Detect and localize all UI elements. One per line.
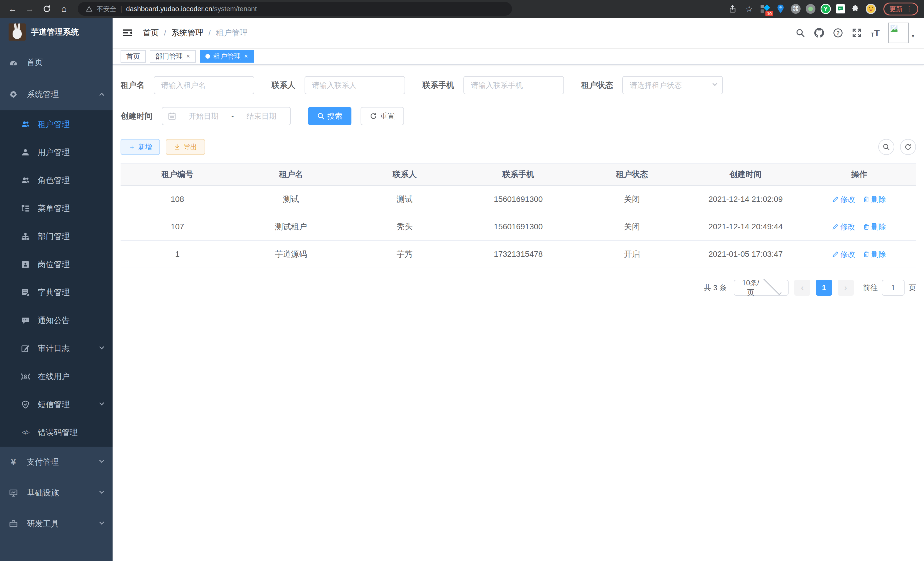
close-icon[interactable]: × <box>186 53 190 60</box>
delete-link[interactable]: 删除 <box>863 222 886 232</box>
start-date-placeholder[interactable]: 开始日期 <box>181 111 227 121</box>
table-row: 107 测试租户 秃头 15601691300 关闭 2021-12-14 20… <box>121 213 916 241</box>
cell-mobile: 15601691300 <box>461 186 575 213</box>
header-search-icon[interactable] <box>795 28 806 38</box>
tag-tenant-active[interactable]: 租户管理 × <box>200 50 254 63</box>
sidebar-item-role[interactable]: 角色管理 <box>0 166 112 194</box>
tag-home[interactable]: 首页 <box>121 50 146 63</box>
col-created: 创建时间 <box>689 164 802 185</box>
tenant-name-input[interactable] <box>154 76 254 94</box>
cell-tenant-id: 107 <box>121 213 234 240</box>
sidebar-item-notice[interactable]: 通知公告 <box>0 307 112 335</box>
browser-home-icon[interactable]: ⌂ <box>57 2 71 16</box>
message-icon <box>21 316 30 325</box>
app-logo-image <box>9 23 26 41</box>
breadcrumb-home[interactable]: 首页 <box>143 27 159 38</box>
browser-forward-icon[interactable]: → <box>23 2 37 16</box>
breadcrumb-system[interactable]: 系统管理 <box>171 27 203 38</box>
chevron-up-icon <box>99 93 104 98</box>
help-icon[interactable]: ? <box>833 28 843 38</box>
end-date-placeholder[interactable]: 结束日期 <box>238 111 285 121</box>
sidebar-item-errcode[interactable]: </> 错误码管理 <box>0 419 112 447</box>
address-bar[interactable]: 不安全 | dashboard.yudao.iocoder.cn/system/… <box>78 2 512 16</box>
broken-image-icon <box>888 23 909 43</box>
page-content: 租户名 联系人 联系手机 租户状态 请选择租户状态 <box>112 65 924 561</box>
filter-label-tenant-name: 租户名 <box>121 80 145 91</box>
tag-dept[interactable]: 部门管理 × <box>150 50 196 63</box>
filter-label-mobile: 联系手机 <box>422 80 454 91</box>
create-time-range-picker[interactable]: 开始日期 - 结束日期 <box>162 107 291 125</box>
not-secure-label[interactable]: 不安全 <box>97 5 116 14</box>
contact-input[interactable] <box>304 76 405 94</box>
extension-tampermonkey-icon[interactable]: 10 <box>760 4 770 14</box>
caret-down-icon[interactable]: ▾ <box>912 33 914 39</box>
delete-link[interactable]: 删除 <box>863 249 886 259</box>
sidebar-item-pay[interactable]: ¥ 支付管理 <box>0 447 112 478</box>
sidebar-item-audit-log[interactable]: 审计日志 <box>0 335 112 362</box>
extension-dot-icon[interactable] <box>806 4 815 14</box>
sidebar-item-post[interactable]: 岗位管理 <box>0 250 112 278</box>
browser-reload-icon[interactable] <box>40 2 54 16</box>
export-button[interactable]: 导出 <box>166 139 205 155</box>
edit-link[interactable]: 修改 <box>832 222 855 232</box>
edit-link[interactable]: 修改 <box>832 249 855 259</box>
profile-avatar-icon[interactable] <box>866 4 876 14</box>
status-select[interactable]: 请选择租户状态 <box>622 76 723 94</box>
chevron-down-icon <box>99 344 104 349</box>
sidebar-item-devtools[interactable]: 研发工具 <box>0 508 112 539</box>
sidebar-item-dict[interactable]: 字典管理 <box>0 278 112 307</box>
table-row: 1 芋道源码 芋艿 17321315478 开启 2021-01-05 17:0… <box>121 241 916 268</box>
sidebar-item-menu[interactable]: 菜单管理 <box>0 194 112 223</box>
breadcrumb: 首页 / 系统管理 / 租户管理 <box>143 27 248 38</box>
yen-icon: ¥ <box>9 458 18 466</box>
cell-status: 关闭 <box>575 186 689 213</box>
app-logo-row[interactable]: 芋道管理系统 <box>0 18 112 46</box>
page-size-select[interactable]: 10条/页 <box>734 280 789 296</box>
extension-command-icon[interactable]: ⌘ <box>791 4 801 14</box>
extension-y-icon[interactable]: Y <box>820 4 831 14</box>
font-size-icon[interactable]: TT <box>871 28 880 38</box>
sidebar-fold-icon[interactable] <box>122 27 134 39</box>
sidebar-item-user[interactable]: 用户管理 <box>0 138 112 166</box>
chevron-down-icon <box>712 81 717 86</box>
browser-update-button[interactable]: 更新 ⋮ <box>884 3 918 15</box>
refresh-button[interactable] <box>900 139 916 155</box>
fullscreen-icon[interactable] <box>852 28 862 38</box>
goto-page-input[interactable] <box>882 280 904 296</box>
search-button[interactable]: 搜索 <box>308 107 351 125</box>
toggle-search-button[interactable] <box>878 139 894 155</box>
mobile-input[interactable] <box>464 76 564 94</box>
sidebar-item-sms[interactable]: 短信管理 <box>0 391 112 419</box>
browser-back-icon[interactable]: ← <box>6 2 20 16</box>
url-text[interactable]: dashboard.yudao.iocoder.cn/system/tenant <box>126 5 257 13</box>
page-number-current[interactable]: 1 <box>816 280 832 296</box>
sidebar: 芋道管理系统 首页 系统管理 <box>0 18 112 561</box>
extensions-puzzle-icon[interactable] <box>850 4 861 14</box>
sidebar-item-infra[interactable]: 基础设施 <box>0 478 112 508</box>
trash-icon <box>863 251 869 257</box>
user-avatar[interactable]: ▾ <box>888 23 914 43</box>
next-page-button[interactable]: › <box>838 280 854 296</box>
bookmark-star-icon[interactable]: ☆ <box>743 3 755 15</box>
trash-icon <box>863 224 869 230</box>
delete-link[interactable]: 删除 <box>863 194 886 205</box>
edit-link[interactable]: 修改 <box>832 194 855 205</box>
cell-contact: 秃头 <box>348 213 461 240</box>
tenant-table: 租户编号 租户名 联系人 联系手机 租户状态 创建时间 操作 108 测试 测试… <box>121 163 916 268</box>
sidebar-item-label: 用户管理 <box>38 147 104 158</box>
sidebar-item-system[interactable]: 系统管理 <box>0 78 112 110</box>
browser-menu-dots-icon[interactable]: ⋮ <box>906 5 912 13</box>
prev-page-button[interactable]: ‹ <box>794 280 810 296</box>
extension-chat-icon[interactable] <box>836 4 845 14</box>
share-icon[interactable] <box>727 3 738 15</box>
close-icon[interactable]: × <box>244 53 248 60</box>
add-button[interactable]: ＋ 新增 <box>121 139 160 155</box>
github-icon[interactable] <box>814 28 824 38</box>
reset-button[interactable]: 重置 <box>361 107 404 125</box>
sidebar-item-label: 错误码管理 <box>38 427 104 438</box>
sidebar-item-tenant[interactable]: 租户管理 <box>0 110 112 138</box>
sidebar-item-dept[interactable]: 部门管理 <box>0 223 112 250</box>
sidebar-item-home[interactable]: 首页 <box>0 46 112 78</box>
sidebar-item-online-user[interactable]: 在线用户 <box>0 362 112 391</box>
extension-balloon-icon[interactable] <box>776 4 786 14</box>
